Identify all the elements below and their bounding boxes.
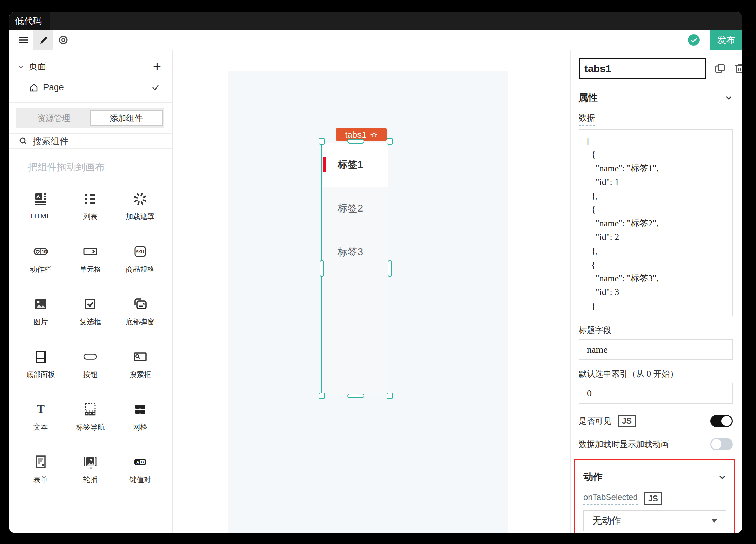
tab-nav-icon [83,400,98,419]
component-label: 单元格 [80,264,101,274]
tabs-component[interactable]: tabs1 标签1 标签2 标签3 [323,143,388,394]
svg-text:SKU: SKU [136,250,144,254]
search-input[interactable] [33,136,135,147]
component-label: 网格 [133,422,147,432]
component-label: 表单 [33,475,48,485]
delete-button[interactable] [734,63,742,74]
svg-text:T: T [86,249,89,254]
component-search [9,133,172,149]
check-icon [151,83,160,92]
drag-hint: 把组件拖动到画布 [28,161,172,174]
component-image[interactable]: 图片 [16,295,66,327]
grid-icon [133,400,148,419]
canvas-tab-item-2[interactable]: 标签2 [323,187,388,230]
loading-icon [133,189,148,208]
action-bar-icon: 10 [33,242,48,261]
canvas-tab-label: 标签2 [338,202,363,215]
hamburger-icon [18,35,29,45]
component-search-box[interactable]: 搜索框 [115,347,165,379]
text-icon: T [33,400,48,419]
add-page-button[interactable]: + [153,62,161,72]
data-json-editor[interactable]: [ { "name": "标签1", "id": 1 }, { "name": … [579,129,733,316]
component-checkbox[interactable]: 复选框 [66,295,116,327]
tab-resources[interactable]: 资源管理 [18,110,90,126]
component-label: 动作栏 [30,264,51,274]
toolbar: 发布 [9,30,742,50]
component-label: 轮播 [83,475,97,485]
resize-handle[interactable] [387,393,393,399]
loading-label: 数据加载时显示加载动画 [579,439,669,450]
title-field-input[interactable] [579,339,733,360]
resize-handle[interactable] [319,393,325,399]
toolbar-right: 发布 [688,30,742,50]
sidebar: 页面 + Page 资源管理 添加组件 [9,50,173,533]
target-icon [58,35,69,45]
event-name-label: onTabSelected [583,492,638,505]
properties-title: 属性 [579,91,598,104]
menu-button[interactable] [14,30,33,50]
svg-text:10: 10 [42,249,46,254]
component-text[interactable]: T 文本 [16,400,66,432]
app-title-tab[interactable]: 低代码 [9,12,50,30]
component-badge-label: tabs1 [345,130,367,140]
js-badge[interactable]: JS [644,492,662,505]
component-badge[interactable]: tabs1 [336,128,387,141]
component-carousel[interactable]: 轮播 [66,452,116,485]
canvas[interactable]: tabs1 标签1 标签2 标签3 [228,71,508,533]
component-tab-nav[interactable]: 标签导航 [66,400,116,432]
action-select-value: 无动作 [592,514,621,527]
chevron-down-icon [718,473,726,481]
component-label: 列表 [83,212,97,221]
component-button[interactable]: 按钮 [66,347,116,379]
component-html[interactable]: HTML [16,189,66,221]
page-item-label: Page [43,82,64,93]
actions-section-header[interactable]: 动作 [583,471,726,484]
properties-section-header[interactable]: 属性 [579,91,733,104]
component-label: 商品规格 [126,264,154,274]
chevron-down-icon [725,94,733,102]
copy-button[interactable] [714,63,726,74]
gear-icon[interactable] [370,131,378,138]
preview-button[interactable] [53,30,73,50]
component-label: 标签导航 [76,422,105,432]
canvas-tab-item-3[interactable]: 标签3 [323,230,388,274]
publish-button[interactable]: 发布 [710,30,742,50]
default-index-input[interactable] [579,383,733,404]
sidebar-item-page[interactable]: Page [9,72,172,93]
component-label: 搜索框 [130,370,151,379]
component-list[interactable]: 列表 [66,189,116,221]
component-bottom-popup[interactable]: 底部弹窗 [115,295,165,327]
pencil-icon [38,35,49,45]
component-key-value[interactable]: AB 键值对 [115,452,165,485]
canvas-tab-item-1[interactable]: 标签1 [323,143,388,187]
component-label: 图片 [33,317,48,327]
form-icon [33,452,48,472]
toggle-knob [721,416,732,426]
search-icon [19,137,27,145]
chevron-down-icon[interactable] [17,63,25,70]
component-sku[interactable]: SKU 商品规格 [115,242,165,274]
canvas-tab-label: 标签3 [338,245,363,259]
component-cell[interactable]: T 单元格 [66,242,116,274]
html-icon [33,189,48,208]
loading-toggle[interactable] [710,438,733,450]
search-box-icon [133,347,148,366]
edit-mode-button[interactable] [33,30,53,50]
action-select[interactable]: 无动作 [583,510,726,531]
component-name-input[interactable] [579,58,706,79]
svg-text:B: B [141,460,144,464]
component-form[interactable]: 表单 [16,452,66,485]
inspector-panel: 属性 数据 [ { "name": "标签1", "id": 1 }, { "n… [570,50,742,533]
js-badge[interactable]: JS [618,415,636,427]
visible-toggle[interactable] [710,415,733,427]
component-action-bar[interactable]: 10 动作栏 [16,242,66,274]
bottom-popup-icon [133,295,148,314]
tab-add-component[interactable]: 添加组件 [90,110,163,126]
component-grid-widget[interactable]: 网格 [115,400,165,432]
component-bottom-panel[interactable]: 底部面板 [16,347,66,379]
app-title: 低代码 [15,15,42,27]
component-label: HTML [31,212,50,220]
sku-icon: SKU [133,242,148,261]
resize-handle[interactable] [347,394,364,398]
component-loading[interactable]: 加载遮罩 [115,189,165,221]
